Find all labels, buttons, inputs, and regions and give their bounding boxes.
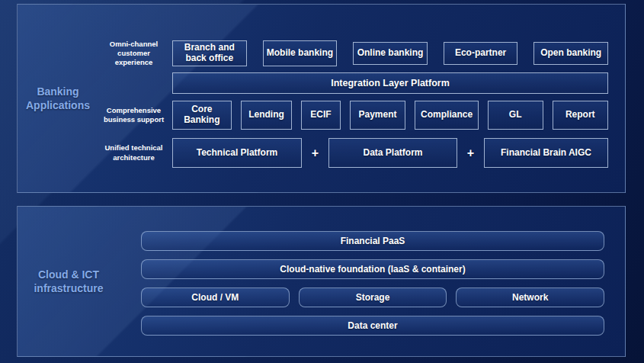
box-eco-partner: Eco-partner	[444, 42, 518, 65]
omni-channel-label: Omni-channel customer experience	[98, 40, 172, 67]
cloud-ict-title: Cloud & ICT infrastructure	[18, 207, 120, 356]
technical-architecture-label: Unified technical architecture	[98, 143, 172, 162]
box-ecif: ECIF	[301, 101, 340, 130]
omni-channel-boxes: Branch and back office Mobile banking On…	[172, 40, 608, 66]
architecture-diagram: Banking Applications Omni-channel custom…	[0, 0, 644, 363]
bar-cloud-native-foundation: Cloud-native foundation (IaaS & containe…	[141, 259, 604, 279]
box-report: Report	[553, 101, 608, 130]
business-support-row: Comprehensive business support Core Bank…	[98, 101, 608, 130]
banking-applications-panel: Banking Applications Omni-channel custom…	[17, 4, 626, 193]
box-branch-back-office: Branch and back office	[172, 40, 247, 66]
banking-rows: Omni-channel customer experience Branch …	[98, 5, 625, 192]
box-data-platform: Data Platform	[328, 138, 457, 168]
box-core-banking: Core Banking	[172, 101, 232, 130]
bar-cloud-vm: Cloud / VM	[141, 288, 290, 307]
bar-network: Network	[456, 288, 604, 307]
box-technical-platform: Technical Platform	[172, 138, 302, 168]
plus-separator-2: +	[457, 146, 484, 160]
box-gl: GL	[488, 101, 543, 130]
banking-applications-title: Banking Applications	[18, 5, 98, 192]
bar-storage: Storage	[299, 288, 447, 307]
box-compliance: Compliance	[415, 101, 479, 130]
cloud-stack: Financial PaaS Cloud-native foundation (…	[120, 207, 625, 356]
integration-row: Integration Layer Platform	[98, 72, 608, 94]
omni-channel-row: Omni-channel customer experience Branch …	[98, 40, 608, 66]
cloud-ict-panel: Cloud & ICT infrastructure Financial Paa…	[17, 206, 626, 357]
bar-data-center: Data center	[141, 316, 604, 336]
cloud-middle-row: Cloud / VM Storage Network	[141, 288, 604, 307]
box-lending: Lending	[241, 101, 293, 130]
technical-architecture-boxes: Technical Platform + Data Platform + Fin…	[172, 138, 608, 168]
box-integration-layer-platform: Integration Layer Platform	[172, 72, 608, 94]
plus-separator-1: +	[302, 146, 328, 160]
box-mobile-banking: Mobile banking	[263, 40, 338, 66]
technical-architecture-row: Unified technical architecture Technical…	[98, 138, 608, 168]
business-support-label: Comprehensive business support	[98, 106, 172, 124]
box-financial-brain-aigc: Financial Brain AIGC	[484, 138, 608, 168]
box-payment: Payment	[350, 101, 405, 130]
box-open-banking: Open banking	[533, 42, 608, 65]
box-online-banking: Online banking	[353, 42, 428, 65]
business-support-boxes: Core Banking Lending ECIF Payment Compli…	[172, 101, 608, 130]
bar-financial-paas: Financial PaaS	[141, 231, 604, 251]
integration-bar-wrap: Integration Layer Platform	[172, 72, 608, 94]
